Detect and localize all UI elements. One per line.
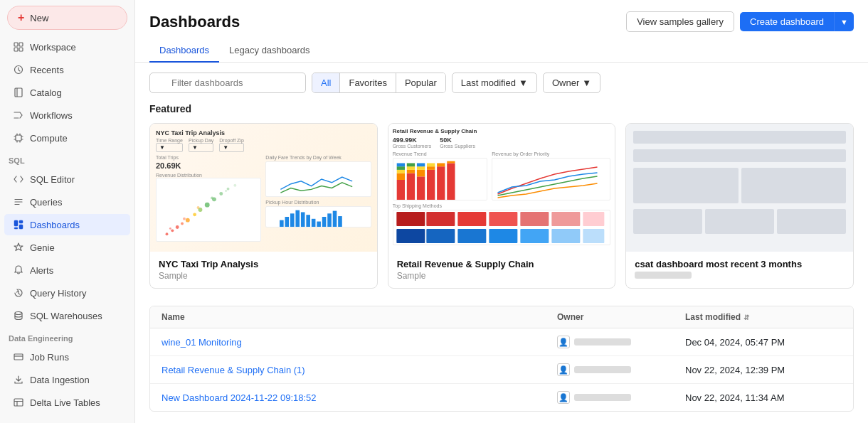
sidebar-item-queries[interactable]: Queries (4, 191, 130, 213)
filter-all-button[interactable]: All (312, 73, 340, 92)
retail-title: Retail Revenue & Supply Chain (397, 259, 607, 269)
clock-icon (13, 64, 24, 75)
svg-rect-57 (427, 170, 435, 200)
download-icon (13, 374, 24, 385)
csat-subtitle-placeholder (635, 272, 692, 279)
sidebar-item-alerts-label: Alerts (30, 265, 53, 276)
svg-rect-12 (14, 354, 23, 360)
featured-card-csat[interactable]: csat dashboard most recent 3 months (625, 123, 854, 289)
svg-rect-59 (427, 163, 435, 166)
filter-popular-button[interactable]: Popular (396, 73, 445, 92)
svg-rect-38 (317, 222, 322, 227)
row-name-retail: Retail Revenue & Supply Chain (1) (162, 365, 557, 375)
sidebar-item-queries-label: Queries (30, 197, 63, 208)
svg-rect-1 (19, 43, 23, 46)
dashboard-link-wine[interactable]: wine_01 Monitoring (162, 337, 242, 348)
table-row: New Dashboard 2024-11-22 09:18:52 👤 Nov … (150, 384, 853, 411)
sidebar-item-sql-warehouses[interactable]: SQL Warehouses (4, 305, 130, 326)
jobs-icon (13, 351, 24, 363)
retail-info: Retail Revenue & Supply Chain Sample (388, 252, 615, 288)
create-dashboard-group: Create dashboard ▼ (740, 12, 854, 31)
de-section-label: Data Engineering (0, 327, 134, 346)
tab-legacy-dashboards[interactable]: Legacy dashboards (219, 39, 319, 63)
svg-point-25 (233, 184, 236, 187)
svg-rect-48 (396, 163, 404, 166)
sidebar-item-catalog[interactable]: Catalog (4, 82, 130, 103)
sidebar-item-dashboards[interactable]: Dashboards (4, 214, 130, 235)
sidebar-item-query-history[interactable]: Query History (4, 282, 130, 304)
svg-point-19 (193, 213, 196, 216)
cpu-icon (13, 132, 24, 144)
sql-section-label: SQL (0, 149, 134, 168)
sidebar-item-compute[interactable]: Compute (4, 127, 130, 149)
owner-name-placeholder-2 (574, 366, 631, 373)
last-modified-filter-button[interactable]: Last modified ▼ (452, 73, 537, 93)
nyc-taxi-info: NYC Taxi Trip Analysis Sample (150, 252, 377, 288)
col-last-modified: Last modified ⇵ (685, 312, 842, 322)
search-input[interactable] (149, 73, 306, 93)
view-samples-button[interactable]: View samples gallery (626, 11, 734, 32)
sidebar-item-delta-live-tables[interactable]: Delta Live Tables (4, 392, 130, 413)
svg-point-26 (169, 227, 171, 230)
svg-point-23 (219, 192, 223, 196)
owner-filter-button[interactable]: Owner ▼ (543, 73, 600, 93)
svg-rect-70 (583, 212, 604, 226)
svg-rect-58 (427, 166, 435, 170)
sidebar-item-sql-warehouses-label: SQL Warehouses (30, 311, 102, 321)
sidebar: + New Workspace Recents Catalog Workflow… (0, 0, 135, 423)
svg-rect-73 (457, 229, 486, 243)
user-icon-2: 👤 (557, 363, 570, 376)
create-dashboard-dropdown-button[interactable]: ▼ (834, 12, 854, 31)
sidebar-item-alerts[interactable]: Alerts (4, 259, 130, 281)
svg-point-17 (181, 223, 184, 225)
svg-rect-7 (14, 220, 18, 226)
book-icon (13, 87, 24, 98)
sidebar-item-genie[interactable]: Genie (4, 237, 130, 258)
dashboard-link-retail[interactable]: Retail Revenue & Supply Chain (1) (162, 365, 305, 375)
svg-rect-45 (396, 173, 404, 180)
svg-rect-37 (312, 219, 316, 227)
svg-point-15 (171, 229, 174, 232)
svg-rect-55 (417, 166, 425, 170)
svg-rect-41 (333, 211, 337, 227)
svg-rect-54 (417, 170, 425, 176)
code-icon (13, 173, 24, 185)
chevron-down-icon: ▼ (519, 77, 528, 88)
svg-rect-8 (19, 220, 23, 223)
sidebar-item-catalog-label: Catalog (30, 87, 62, 98)
featured-card-retail[interactable]: Retail Revenue & Supply Chain 499.99K Gr… (388, 123, 616, 289)
svg-rect-53 (417, 176, 425, 200)
svg-rect-44 (396, 180, 404, 200)
sidebar-item-genie-label: Genie (30, 242, 55, 253)
sidebar-item-workspace[interactable]: Workspace (4, 36, 130, 58)
sidebar-item-recents[interactable]: Recents (4, 59, 130, 80)
page-title: Dashboards (149, 13, 240, 31)
tab-dashboards[interactable]: Dashboards (149, 39, 219, 63)
svg-point-14 (166, 232, 169, 235)
csat-preview-area (626, 124, 853, 252)
dashboard-link-new[interactable]: New Dashboard 2024-11-22 09:18:52 (162, 392, 317, 403)
svg-rect-36 (307, 215, 311, 227)
svg-rect-74 (489, 229, 517, 243)
sidebar-item-sql-editor[interactable]: SQL Editor (4, 168, 130, 190)
svg-rect-52 (406, 163, 414, 166)
create-dashboard-button[interactable]: Create dashboard (740, 12, 834, 31)
svg-rect-69 (551, 212, 580, 226)
nyc-taxi-subtitle: Sample (159, 271, 369, 281)
main-header: Dashboards View samples gallery Create d… (135, 0, 868, 32)
filter-favorites-button[interactable]: Favorites (340, 73, 396, 92)
sidebar-item-workflows-label: Workflows (30, 110, 73, 121)
sidebar-item-job-runs[interactable]: Job Runs (4, 346, 130, 368)
sidebar-item-workflows[interactable]: Workflows (4, 105, 130, 126)
featured-card-nyc-taxi[interactable]: NYC Taxi Trip Analysis Time Range ▼ Pick… (149, 123, 378, 289)
svg-rect-72 (426, 229, 455, 243)
new-button[interactable]: + New (7, 6, 127, 30)
sidebar-item-delta-live-tables-label: Delta Live Tables (30, 397, 100, 408)
svg-rect-9 (19, 225, 23, 229)
svg-rect-2 (14, 48, 18, 51)
row-owner-new: 👤 (557, 391, 685, 404)
svg-rect-63 (447, 161, 455, 164)
sidebar-item-data-ingestion[interactable]: Data Ingestion (4, 369, 130, 390)
owner-name-placeholder (574, 338, 631, 346)
row-modified-wine: Dec 04, 2024, 05:47 PM (685, 337, 842, 348)
